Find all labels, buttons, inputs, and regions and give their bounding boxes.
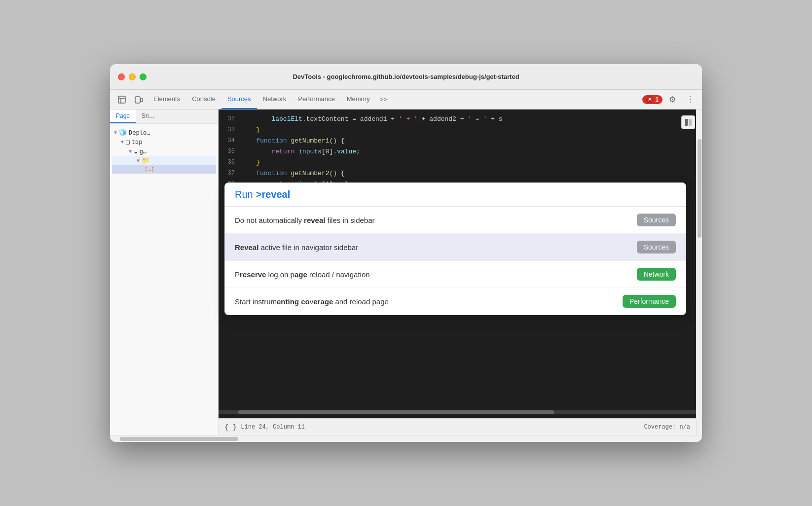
device-icon[interactable] bbox=[131, 92, 147, 108]
code-line-32: 32 labelElt.textContent = addend1 + ' + … bbox=[219, 113, 696, 124]
main-content: Page Sn… ▼ 🧊 Deplo… ▼ □ top ▼ bbox=[110, 109, 702, 435]
toolbar-right: ✕ 1 ⚙ ⋮ bbox=[642, 92, 698, 108]
cursor-position: Line 24, Column 11 bbox=[241, 424, 305, 431]
tab-sources[interactable]: Sources bbox=[221, 90, 257, 109]
arrow-icon: ▼ bbox=[121, 139, 124, 145]
vertical-scrollbar[interactable] bbox=[696, 109, 702, 435]
code-line-34: 34 function getNumber1() { bbox=[219, 135, 696, 146]
tree-item-top[interactable]: ▼ □ top bbox=[112, 137, 216, 146]
vertical-scrollbar-thumb[interactable] bbox=[698, 139, 701, 238]
result-badge-3: Network bbox=[637, 268, 676, 281]
error-icon: ✕ bbox=[646, 96, 653, 103]
command-palette: Run >reveal Do not automatically reveal … bbox=[224, 182, 686, 315]
tree-item-g[interactable]: ▼ ☁ g… bbox=[112, 146, 216, 156]
code-line-33: 33 } bbox=[219, 124, 696, 135]
tree-item-deploy[interactable]: ▼ 🧊 Deplo… bbox=[112, 128, 216, 137]
svg-rect-3 bbox=[135, 97, 140, 103]
horizontal-scrollbar[interactable] bbox=[219, 410, 696, 414]
command-input-row: Run >reveal bbox=[225, 183, 686, 207]
coverage-status: Coverage: n/a bbox=[644, 424, 690, 431]
svg-rect-6 bbox=[689, 119, 692, 126]
sidebar-tab-page[interactable]: Page bbox=[110, 109, 136, 123]
svg-rect-0 bbox=[118, 96, 125, 103]
cursor-icon[interactable] bbox=[114, 92, 130, 108]
code-line-36: 36 } bbox=[219, 157, 696, 168]
result-text-3: Preserve log on page reload / navigation bbox=[235, 270, 637, 279]
maximize-button[interactable] bbox=[140, 73, 147, 80]
bottom-scrollbar-area[interactable] bbox=[110, 435, 702, 442]
error-count: 1 bbox=[655, 96, 659, 103]
settings-icon[interactable]: ⚙ bbox=[664, 92, 680, 108]
devtools-window: DevTools - googlechrome.github.io/devtoo… bbox=[110, 64, 702, 442]
close-button[interactable] bbox=[118, 73, 125, 80]
arrow-icon: ▼ bbox=[129, 148, 132, 154]
tab-bar: Elements Console Sources Network Perform… bbox=[148, 90, 641, 109]
svg-rect-4 bbox=[141, 99, 143, 102]
devtools-toolbar: Elements Console Sources Network Perform… bbox=[110, 90, 702, 109]
command-input[interactable]: >reveal bbox=[256, 189, 291, 200]
sidebar-tree: ▼ 🧊 Deplo… ▼ □ top ▼ ☁ g… ▼ 📁 bbox=[110, 124, 218, 178]
command-result-3[interactable]: Preserve log on page reload / navigation… bbox=[225, 261, 686, 288]
format-icon[interactable]: { } bbox=[224, 423, 237, 431]
code-lines: 32 labelElt.textContent = addend1 + ' + … bbox=[219, 109, 696, 193]
tree-item-folder[interactable]: ▼ 📁 bbox=[112, 156, 216, 165]
command-result-2[interactable]: Reveal active file in navigator sidebar … bbox=[225, 234, 686, 261]
sidebar: Page Sn… ▼ 🧊 Deplo… ▼ □ top ▼ bbox=[110, 109, 219, 435]
result-badge-1: Sources bbox=[637, 214, 676, 226]
result-text-1: Do not automatically reveal files in sid… bbox=[235, 216, 637, 224]
sidebar-tab-snippets[interactable]: Sn… bbox=[136, 109, 161, 123]
command-result-4[interactable]: Start instrumenting coverage and reload … bbox=[225, 288, 686, 315]
command-result-1[interactable]: Do not automatically reveal files in sid… bbox=[225, 207, 686, 234]
tab-console[interactable]: Console bbox=[186, 90, 221, 109]
svg-rect-5 bbox=[685, 119, 688, 126]
traffic-lights bbox=[118, 73, 147, 80]
title-bar: DevTools - googlechrome.github.io/devtoo… bbox=[110, 64, 702, 90]
horizontal-scrollbar-thumb[interactable] bbox=[238, 410, 554, 414]
result-text-4: Start instrumenting coverage and reload … bbox=[235, 297, 623, 306]
bottom-scrollbar-thumb[interactable] bbox=[120, 437, 238, 441]
tab-performance[interactable]: Performance bbox=[292, 90, 340, 109]
window-title: DevTools - googlechrome.github.io/devtoo… bbox=[293, 73, 519, 80]
result-text-2: Reveal active file in navigator sidebar bbox=[235, 243, 637, 252]
command-prefix: Run bbox=[235, 189, 253, 200]
tab-network[interactable]: Network bbox=[257, 90, 293, 109]
status-left: { } Line 24, Column 11 bbox=[224, 423, 305, 431]
tab-overflow[interactable]: >> bbox=[376, 96, 391, 103]
arrow-icon: ▼ bbox=[137, 158, 140, 163]
sidebar-tabs: Page Sn… bbox=[110, 109, 218, 124]
code-line-35: 35 return inputs[0].value; bbox=[219, 146, 696, 157]
more-icon[interactable]: ⋮ bbox=[682, 92, 698, 108]
tab-memory[interactable]: Memory bbox=[341, 90, 376, 109]
sidebar-toggle-button[interactable] bbox=[681, 115, 695, 129]
error-badge[interactable]: ✕ 1 bbox=[642, 95, 663, 104]
result-badge-4: Performance bbox=[623, 295, 676, 308]
minimize-button[interactable] bbox=[129, 73, 136, 80]
code-line-37: 37 function getNumber2() { bbox=[219, 168, 696, 179]
status-bar: { } Line 24, Column 11 Coverage: n/a bbox=[219, 418, 696, 435]
result-badge-2: Sources bbox=[637, 241, 676, 253]
tab-elements[interactable]: Elements bbox=[148, 90, 186, 109]
tree-item-file[interactable]: […] bbox=[112, 165, 216, 174]
arrow-icon: ▼ bbox=[114, 130, 117, 135]
